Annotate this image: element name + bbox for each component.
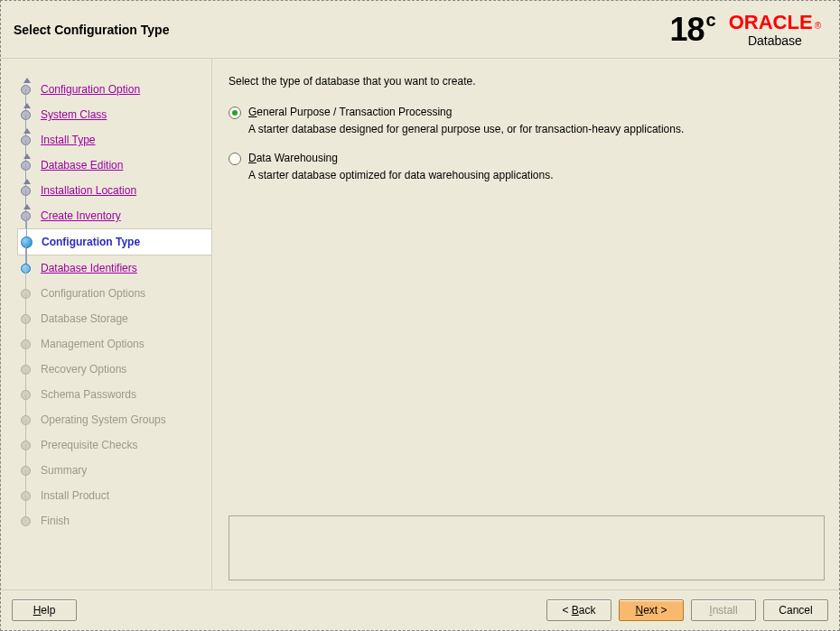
nav-step-label: Configuration Option — [41, 83, 140, 96]
nav-step-install-product: Install Product — [17, 483, 211, 508]
nav-step-label: Recovery Options — [41, 363, 126, 376]
footer: Help < Back Next > Install Cancel — [1, 589, 839, 630]
nav-step-label: Install Product — [41, 489, 109, 502]
nav-step-label: Install Type — [41, 134, 95, 146]
page-title: Select Configuration Type — [14, 23, 169, 37]
nav-step-marker — [17, 357, 35, 382]
next-button[interactable]: Next > — [619, 599, 684, 621]
nav-step-label: Prerequisite Checks — [41, 439, 137, 451]
brand: 18c ORACLE® Database — [670, 10, 821, 49]
brand-oracle: ORACLE® Database — [729, 13, 821, 47]
nav-step-system-class[interactable]: System Class — [17, 102, 211, 127]
nav-step-label: Database Storage — [41, 312, 128, 325]
cancel-button[interactable]: Cancel — [763, 599, 828, 621]
nav-step-configuration-options: Configuration Options — [17, 281, 211, 306]
nav-step-label: Configuration Type — [42, 236, 140, 248]
nav-step-label: Database Edition — [41, 159, 123, 172]
middle: Configuration OptionSystem ClassInstall … — [1, 59, 839, 589]
nav-step-label: System Class — [41, 108, 107, 121]
nav-step-marker — [17, 255, 35, 281]
nav-step-finish: Finish — [17, 508, 211, 534]
help-button[interactable]: Help — [12, 599, 77, 621]
nav-step-marker — [17, 102, 35, 127]
nav-step-label: Configuration Options — [41, 287, 145, 300]
nav-step-label: Create Inventory — [41, 209, 121, 222]
nav-step-management-options: Management Options — [17, 331, 211, 357]
option-dw: Data Warehousing — [229, 152, 825, 165]
option-general-label[interactable]: General Purpose / Transaction Processing — [248, 106, 452, 118]
option-dw-description: A starter database optimized for data wa… — [248, 169, 825, 181]
nav-step-marker — [17, 77, 35, 102]
nav-step-schema-passwords: Schema Passwords — [17, 382, 211, 407]
nav-step-dot-icon — [21, 516, 31, 526]
nav-step-label: Schema Passwords — [41, 388, 136, 401]
brand-version-number: 18 — [670, 11, 705, 48]
nav-step-database-identifiers[interactable]: Database Identifiers — [17, 255, 211, 281]
nav-step-marker — [18, 229, 36, 255]
install-button[interactable]: Install — [691, 599, 756, 621]
nav-step-recovery-options: Recovery Options — [17, 357, 211, 382]
nav-step-database-storage: Database Storage — [17, 306, 211, 331]
nav-step-installation-location[interactable]: Installation Location — [17, 178, 211, 203]
nav-step-dot-icon — [21, 237, 33, 248]
nav-step-marker — [17, 407, 35, 432]
log-area — [229, 515, 825, 580]
option-group: General Purpose / Transaction Processing… — [229, 100, 825, 198]
nav-step-label: Operating System Groups — [41, 413, 166, 426]
brand-version: 18c — [670, 10, 716, 49]
header: Select Configuration Type 18c ORACLE® Da… — [1, 1, 839, 59]
option-general-description: A starter database designed for general … — [248, 123, 825, 135]
option-dw-label[interactable]: Data Warehousing — [248, 152, 338, 164]
brand-reg: ® — [815, 21, 821, 31]
nav-step-marker — [17, 127, 35, 153]
nav-step-marker — [17, 382, 35, 407]
nav-step-marker — [17, 153, 35, 178]
step-nav: Configuration OptionSystem ClassInstall … — [1, 59, 212, 589]
nav-step-marker — [17, 508, 35, 534]
nav-step-marker — [17, 432, 35, 458]
nav-step-prerequisite-checks: Prerequisite Checks — [17, 432, 211, 458]
nav-step-label: Summary — [41, 464, 87, 477]
instruction-text: Select the type of database that you wan… — [229, 75, 825, 88]
brand-sub: Database — [748, 34, 802, 47]
nav-step-marker — [17, 483, 35, 508]
option-general: General Purpose / Transaction Processing — [229, 106, 825, 119]
option-dw-radio[interactable] — [229, 153, 241, 165]
nav-step-database-edition[interactable]: Database Edition — [17, 153, 211, 178]
nav-step-marker — [17, 331, 35, 357]
wizard-window: Select Configuration Type 18c ORACLE® Da… — [0, 0, 840, 631]
nav-step-create-inventory[interactable]: Create Inventory — [17, 203, 211, 228]
nav-step-install-type[interactable]: Install Type — [17, 127, 211, 153]
nav-step-label: Installation Location — [41, 184, 136, 197]
option-general-radio[interactable] — [229, 107, 241, 119]
nav-step-label: Management Options — [41, 338, 145, 350]
nav-step-marker — [17, 458, 35, 483]
nav-step-configuration-option[interactable]: Configuration Option — [17, 77, 211, 102]
nav-step-label: Finish — [41, 515, 70, 527]
back-button[interactable]: < Back — [546, 599, 611, 621]
nav-step-operating-system-groups: Operating System Groups — [17, 407, 211, 432]
nav-step-marker — [17, 178, 35, 203]
nav-step-configuration-type: Configuration Type — [17, 228, 212, 255]
brand-name: ORACLE — [729, 11, 813, 33]
nav-step-marker — [17, 306, 35, 331]
main-panel: Select the type of database that you wan… — [212, 59, 839, 589]
brand-version-suffix: c — [706, 10, 716, 30]
nav-step-summary: Summary — [17, 458, 211, 483]
nav-step-marker — [17, 281, 35, 306]
nav-step-label: Database Identifiers — [41, 262, 137, 274]
